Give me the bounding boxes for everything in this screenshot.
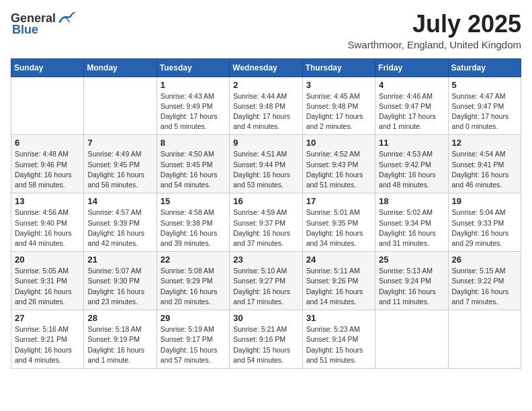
logo-bird-icon bbox=[57, 11, 76, 26]
day-number: 11 bbox=[379, 138, 444, 148]
calendar-cell: 16Sunrise: 4:59 AM Sunset: 9:37 PM Dayli… bbox=[230, 193, 302, 252]
day-info: Sunrise: 4:53 AM Sunset: 9:42 PM Dayligh… bbox=[379, 149, 444, 190]
calendar-cell bbox=[11, 77, 84, 135]
header-monday: Monday bbox=[84, 58, 157, 77]
calendar-cell: 2Sunrise: 4:44 AM Sunset: 9:48 PM Daylig… bbox=[230, 77, 302, 135]
day-number: 29 bbox=[161, 313, 226, 323]
day-info: Sunrise: 5:10 AM Sunset: 9:27 PM Dayligh… bbox=[233, 266, 298, 307]
location-title: Swarthmoor, England, United Kingdom bbox=[348, 39, 521, 50]
day-number: 12 bbox=[452, 138, 517, 148]
day-info: Sunrise: 4:58 AM Sunset: 9:38 PM Dayligh… bbox=[161, 208, 226, 248]
day-info: Sunrise: 4:46 AM Sunset: 9:47 PM Dayligh… bbox=[379, 91, 444, 132]
calendar-cell: 19Sunrise: 5:04 AM Sunset: 9:33 PM Dayli… bbox=[448, 193, 521, 252]
day-info: Sunrise: 5:16 AM Sunset: 9:21 PM Dayligh… bbox=[15, 324, 80, 365]
day-info: Sunrise: 5:05 AM Sunset: 9:31 PM Dayligh… bbox=[15, 266, 80, 307]
calendar-cell: 1Sunrise: 4:43 AM Sunset: 9:49 PM Daylig… bbox=[157, 77, 229, 135]
calendar-cell: 31Sunrise: 5:23 AM Sunset: 9:14 PM Dayli… bbox=[302, 310, 375, 369]
calendar-cell: 14Sunrise: 4:57 AM Sunset: 9:39 PM Dayli… bbox=[84, 193, 157, 252]
calendar-table: SundayMondayTuesdayWednesdayThursdayFrid… bbox=[11, 58, 521, 369]
calendar-cell: 27Sunrise: 5:16 AM Sunset: 9:21 PM Dayli… bbox=[11, 310, 84, 369]
calendar-cell: 12Sunrise: 4:54 AM Sunset: 9:41 PM Dayli… bbox=[448, 135, 521, 193]
header-wednesday: Wednesday bbox=[230, 58, 302, 77]
day-info: Sunrise: 5:15 AM Sunset: 9:22 PM Dayligh… bbox=[452, 266, 517, 307]
day-info: Sunrise: 4:54 AM Sunset: 9:41 PM Dayligh… bbox=[452, 149, 517, 190]
calendar-cell: 4Sunrise: 4:46 AM Sunset: 9:47 PM Daylig… bbox=[375, 77, 448, 135]
calendar-cell: 25Sunrise: 5:13 AM Sunset: 9:24 PM Dayli… bbox=[375, 252, 448, 310]
day-info: Sunrise: 4:59 AM Sunset: 9:37 PM Dayligh… bbox=[233, 208, 298, 248]
calendar-week-row: 20Sunrise: 5:05 AM Sunset: 9:31 PM Dayli… bbox=[11, 252, 521, 310]
day-info: Sunrise: 4:44 AM Sunset: 9:48 PM Dayligh… bbox=[233, 91, 298, 132]
calendar-cell: 5Sunrise: 4:47 AM Sunset: 9:47 PM Daylig… bbox=[448, 77, 521, 135]
calendar-cell: 24Sunrise: 5:11 AM Sunset: 9:26 PM Dayli… bbox=[302, 252, 375, 310]
calendar-cell: 3Sunrise: 4:45 AM Sunset: 9:48 PM Daylig… bbox=[302, 77, 375, 135]
day-number: 23 bbox=[233, 255, 298, 265]
header-saturday: Saturday bbox=[448, 58, 521, 77]
day-info: Sunrise: 5:02 AM Sunset: 9:34 PM Dayligh… bbox=[379, 208, 444, 248]
day-info: Sunrise: 4:50 AM Sunset: 9:45 PM Dayligh… bbox=[161, 149, 226, 190]
day-number: 13 bbox=[15, 196, 80, 206]
day-number: 16 bbox=[233, 196, 298, 206]
day-info: Sunrise: 5:23 AM Sunset: 9:14 PM Dayligh… bbox=[306, 324, 371, 365]
day-number: 14 bbox=[87, 196, 152, 206]
calendar-cell: 13Sunrise: 4:56 AM Sunset: 9:40 PM Dayli… bbox=[11, 193, 84, 252]
day-info: Sunrise: 4:57 AM Sunset: 9:39 PM Dayligh… bbox=[87, 208, 152, 248]
day-info: Sunrise: 4:56 AM Sunset: 9:40 PM Dayligh… bbox=[15, 208, 80, 248]
day-number: 5 bbox=[452, 80, 517, 90]
calendar-cell: 28Sunrise: 5:18 AM Sunset: 9:19 PM Dayli… bbox=[84, 310, 157, 369]
calendar-cell bbox=[84, 77, 157, 135]
day-number: 30 bbox=[233, 313, 298, 323]
calendar-week-row: 13Sunrise: 4:56 AM Sunset: 9:40 PM Dayli… bbox=[11, 193, 521, 252]
day-info: Sunrise: 4:51 AM Sunset: 9:44 PM Dayligh… bbox=[233, 149, 298, 190]
calendar-cell: 18Sunrise: 5:02 AM Sunset: 9:34 PM Dayli… bbox=[375, 193, 448, 252]
day-number: 24 bbox=[306, 255, 371, 265]
day-number: 17 bbox=[306, 196, 371, 206]
day-info: Sunrise: 5:08 AM Sunset: 9:29 PM Dayligh… bbox=[161, 266, 226, 307]
calendar-week-row: 27Sunrise: 5:16 AM Sunset: 9:21 PM Dayli… bbox=[11, 310, 521, 369]
calendar-cell: 20Sunrise: 5:05 AM Sunset: 9:31 PM Dayli… bbox=[11, 252, 84, 310]
day-info: Sunrise: 4:43 AM Sunset: 9:49 PM Dayligh… bbox=[161, 91, 226, 132]
day-number: 2 bbox=[233, 80, 298, 90]
calendar-cell: 8Sunrise: 4:50 AM Sunset: 9:45 PM Daylig… bbox=[157, 135, 229, 193]
calendar-cell: 10Sunrise: 4:52 AM Sunset: 9:43 PM Dayli… bbox=[302, 135, 375, 193]
logo: General Blue bbox=[11, 11, 76, 37]
day-number: 27 bbox=[15, 313, 80, 323]
day-number: 18 bbox=[379, 196, 444, 206]
day-number: 15 bbox=[161, 196, 226, 206]
day-number: 21 bbox=[87, 255, 152, 265]
day-info: Sunrise: 4:49 AM Sunset: 9:45 PM Dayligh… bbox=[87, 149, 152, 190]
calendar-cell bbox=[375, 310, 448, 369]
calendar-cell: 29Sunrise: 5:19 AM Sunset: 9:17 PM Dayli… bbox=[157, 310, 229, 369]
calendar-cell: 17Sunrise: 5:01 AM Sunset: 9:35 PM Dayli… bbox=[302, 193, 375, 252]
header-thursday: Thursday bbox=[302, 58, 375, 77]
calendar-week-row: 6Sunrise: 4:48 AM Sunset: 9:46 PM Daylig… bbox=[11, 135, 521, 193]
day-info: Sunrise: 5:04 AM Sunset: 9:33 PM Dayligh… bbox=[452, 208, 517, 248]
day-number: 19 bbox=[452, 196, 517, 206]
calendar-cell bbox=[448, 310, 521, 369]
day-info: Sunrise: 5:01 AM Sunset: 9:35 PM Dayligh… bbox=[306, 208, 371, 248]
day-number: 6 bbox=[15, 138, 80, 148]
month-title: July 2025 bbox=[348, 11, 521, 38]
day-info: Sunrise: 5:13 AM Sunset: 9:24 PM Dayligh… bbox=[379, 266, 444, 307]
day-number: 4 bbox=[379, 80, 444, 90]
day-number: 20 bbox=[15, 255, 80, 265]
day-info: Sunrise: 4:45 AM Sunset: 9:48 PM Dayligh… bbox=[306, 91, 371, 132]
calendar-cell: 23Sunrise: 5:10 AM Sunset: 9:27 PM Dayli… bbox=[230, 252, 302, 310]
calendar-cell: 6Sunrise: 4:48 AM Sunset: 9:46 PM Daylig… bbox=[11, 135, 84, 193]
day-info: Sunrise: 4:48 AM Sunset: 9:46 PM Dayligh… bbox=[15, 149, 80, 190]
day-info: Sunrise: 5:18 AM Sunset: 9:19 PM Dayligh… bbox=[87, 324, 152, 365]
header-friday: Friday bbox=[375, 58, 448, 77]
day-info: Sunrise: 5:07 AM Sunset: 9:30 PM Dayligh… bbox=[87, 266, 152, 307]
calendar-cell: 11Sunrise: 4:53 AM Sunset: 9:42 PM Dayli… bbox=[375, 135, 448, 193]
calendar-cell: 26Sunrise: 5:15 AM Sunset: 9:22 PM Dayli… bbox=[448, 252, 521, 310]
day-info: Sunrise: 4:47 AM Sunset: 9:47 PM Dayligh… bbox=[452, 91, 517, 132]
day-number: 25 bbox=[379, 255, 444, 265]
day-number: 8 bbox=[161, 138, 226, 148]
day-number: 28 bbox=[87, 313, 152, 323]
day-number: 31 bbox=[306, 313, 371, 323]
header-tuesday: Tuesday bbox=[157, 58, 229, 77]
calendar-cell: 9Sunrise: 4:51 AM Sunset: 9:44 PM Daylig… bbox=[230, 135, 302, 193]
day-number: 7 bbox=[87, 138, 152, 148]
day-number: 10 bbox=[306, 138, 371, 148]
calendar-header-row: SundayMondayTuesdayWednesdayThursdayFrid… bbox=[11, 58, 521, 77]
title-area: July 2025 Swarthmoor, England, United Ki… bbox=[348, 11, 521, 50]
